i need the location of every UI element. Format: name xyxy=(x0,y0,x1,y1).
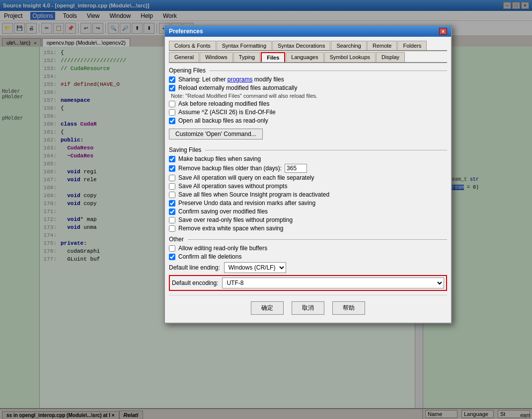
cancel-button[interactable]: 取消 xyxy=(292,301,324,315)
check-save-readonly-label: Save over read-only files without prompt… xyxy=(178,216,293,223)
check-remove-backup-box[interactable] xyxy=(169,165,175,172)
preferences-dialog: Preferences × Colors & Fonts Syntax Form… xyxy=(164,25,452,324)
tab-syntax-decorations[interactable]: Syntax Decorations xyxy=(272,41,330,50)
check-confirm-delete-box[interactable] xyxy=(169,254,175,260)
check-save-readonly: Save over read-only files without prompt… xyxy=(169,216,447,223)
dialog-buttons: 确定 取消 帮助 xyxy=(169,295,447,319)
check-remove-whitespace-box[interactable] xyxy=(169,225,175,232)
check-save-all-query: Save All operation will query on each fi… xyxy=(169,174,447,181)
help-button[interactable]: 帮助 xyxy=(332,301,365,315)
tab-display[interactable]: Display xyxy=(376,52,405,62)
check-make-backup-label: Make backup files when saving xyxy=(178,155,261,162)
check-save-readonly-box[interactable] xyxy=(169,217,175,223)
check-ask-reload: Ask before reloading modified files xyxy=(169,100,447,107)
check-assume-eof: Assume ^Z (ASCII 26) is End-Of-File xyxy=(169,109,447,116)
encoding-label: Default encoding: xyxy=(172,279,218,286)
check-remove-backup-row: Remove backup files older than (days): xyxy=(169,164,447,173)
tab-colors-fonts[interactable]: Colors & Fonts xyxy=(169,41,216,50)
check-reload-external: Reload externally modified files automat… xyxy=(169,84,447,91)
tab-windows[interactable]: Windows xyxy=(200,52,233,62)
check-make-backup: Make backup files when saving xyxy=(169,155,447,162)
check-sharing: Sharing: Let other programs modify files xyxy=(169,76,447,83)
check-preserve-undo-box[interactable] xyxy=(169,200,175,207)
tab-remote[interactable]: Remote xyxy=(367,41,397,50)
ok-button[interactable]: 确定 xyxy=(251,301,284,315)
check-sharing-box[interactable] xyxy=(169,76,175,83)
check-save-all-noprompt: Save All operation saves without prompts xyxy=(169,183,447,190)
tab-files[interactable]: Files xyxy=(261,52,285,62)
check-save-deactivate-label: Save all files when Source Insight progr… xyxy=(178,191,329,198)
dialog-title-bar: Preferences × xyxy=(165,26,451,37)
tab-typing[interactable]: Typing xyxy=(233,52,260,62)
check-edit-readonly-box[interactable] xyxy=(169,245,175,252)
check-reload-external-label: Reload externally modified files automat… xyxy=(178,84,297,91)
check-preserve-undo-label: Preserve Undo data and revision marks af… xyxy=(178,200,315,207)
saving-files-separator xyxy=(205,150,447,150)
opening-files-section-header: Opening Files xyxy=(169,67,447,74)
encoding-select[interactable]: UTF-8 UTF-16 ASCII ISO-8859-1 xyxy=(222,278,444,288)
check-save-deactivate: Save all files when Source Insight progr… xyxy=(169,191,447,198)
check-save-all-noprompt-label: Save All operation saves without prompts xyxy=(178,183,287,190)
tab-languages[interactable]: Languages xyxy=(286,52,323,62)
check-confirm-save-label: Confirm saving over modified files xyxy=(178,208,268,215)
dialog-title: Preferences xyxy=(169,28,439,35)
check-save-all-query-label: Save All operation will query on each fi… xyxy=(178,174,314,181)
dialog-body: Colors & Fonts Syntax Formatting Syntax … xyxy=(165,37,451,323)
check-remove-backup-label: Remove backup files older than (days): xyxy=(178,165,282,172)
check-edit-readonly-label: Allow editing read-only file buffers xyxy=(178,245,267,252)
check-remove-whitespace: Remove extra white space when saving xyxy=(169,225,447,232)
programs-link[interactable]: programs xyxy=(228,76,253,83)
tab-syntax-formatting[interactable]: Syntax Formatting xyxy=(217,41,272,50)
tab-symbol-lookups[interactable]: Symbol Lookups xyxy=(324,52,376,62)
check-confirm-save: Confirm saving over modified files xyxy=(169,208,447,215)
check-open-backup-label: Open all backup files as read-only xyxy=(178,117,268,124)
customize-open-button[interactable]: Customize 'Open' Command... xyxy=(169,129,263,140)
check-save-all-noprompt-box[interactable] xyxy=(169,183,175,190)
tab-searching[interactable]: Searching xyxy=(331,41,367,50)
line-ending-row: Default line ending: Windows (CR/LF) Uni… xyxy=(169,262,447,273)
check-confirm-save-box[interactable] xyxy=(169,209,175,215)
check-confirm-delete-label: Confirm all file deletions xyxy=(178,253,241,260)
check-save-deactivate-box[interactable] xyxy=(169,192,175,198)
check-assume-eof-box[interactable] xyxy=(169,109,175,116)
other-separator xyxy=(188,239,447,240)
saving-files-label: Saving Files xyxy=(169,146,201,153)
opening-files-separator xyxy=(210,70,447,71)
check-confirm-delete: Confirm all file deletions xyxy=(169,253,447,260)
check-ask-reload-label: Ask before reloading modified files xyxy=(178,100,269,107)
backup-days-input[interactable] xyxy=(285,164,307,173)
check-save-all-query-box[interactable] xyxy=(169,175,175,181)
check-assume-eof-label: Assume ^Z (ASCII 26) is End-Of-File xyxy=(178,109,276,116)
check-preserve-undo: Preserve Undo data and revision marks af… xyxy=(169,200,447,207)
opening-files-label: Opening Files xyxy=(169,67,206,74)
dialog-tab-row-2: General Windows Typing Files Languages S… xyxy=(169,52,447,63)
other-section-header: Other xyxy=(169,236,447,243)
check-edit-readonly: Allow editing read-only file buffers xyxy=(169,245,447,252)
dialog-tab-row-1: Colors & Fonts Syntax Formatting Syntax … xyxy=(169,41,447,51)
encoding-row: Default encoding: UTF-8 UTF-16 ASCII ISO… xyxy=(169,275,447,291)
modal-overlay: Preferences × Colors & Fonts Syntax Form… xyxy=(0,0,532,419)
tab-folders[interactable]: Folders xyxy=(397,41,427,50)
check-ask-reload-box[interactable] xyxy=(169,101,175,107)
line-ending-select[interactable]: Windows (CR/LF) Unix (LF) Mac (CR) xyxy=(224,262,286,273)
dialog-close-button[interactable]: × xyxy=(439,28,447,35)
line-ending-label: Default line ending: xyxy=(169,264,220,271)
check-sharing-label: Sharing: Let other programs modify files xyxy=(178,76,284,83)
check-remove-whitespace-label: Remove extra white space when saving xyxy=(178,225,283,232)
check-open-backup-box[interactable] xyxy=(169,118,175,124)
other-label: Other xyxy=(169,236,184,243)
reload-note: Note: "Reload Modified Files" command wi… xyxy=(171,93,447,99)
check-open-backup: Open all backup files as read-only xyxy=(169,117,447,124)
check-make-backup-box[interactable] xyxy=(169,156,175,162)
tab-general[interactable]: General xyxy=(169,52,199,62)
check-reload-external-box[interactable] xyxy=(169,85,175,91)
saving-files-section-header: Saving Files xyxy=(169,146,447,153)
